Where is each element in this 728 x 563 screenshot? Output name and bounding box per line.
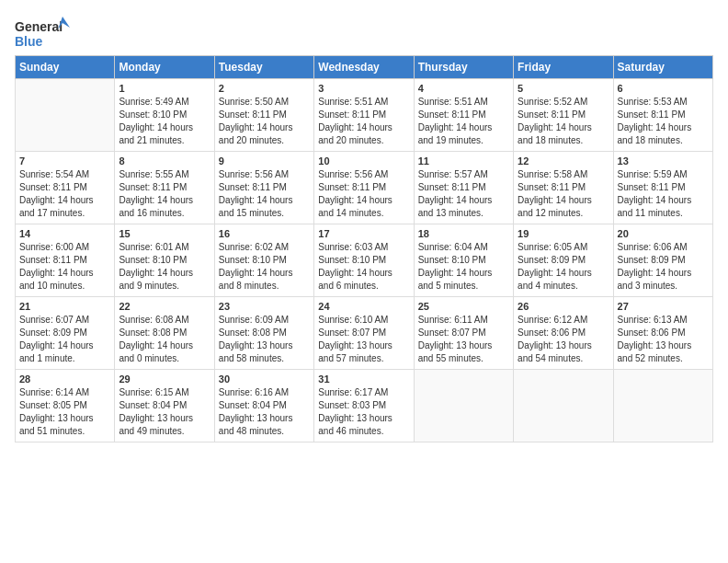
day-number: 16 bbox=[219, 228, 310, 239]
day-info: Sunrise: 6:02 AMSunset: 8:10 PMDaylight:… bbox=[219, 241, 310, 293]
day-number: 17 bbox=[318, 228, 409, 239]
calendar-cell: 8Sunrise: 5:55 AMSunset: 8:11 PMDaylight… bbox=[115, 152, 214, 224]
day-info: Sunrise: 6:08 AMSunset: 8:08 PMDaylight:… bbox=[119, 314, 210, 365]
day-number: 5 bbox=[518, 83, 609, 94]
calendar-cell: 16Sunrise: 6:02 AMSunset: 8:10 PMDayligh… bbox=[214, 224, 313, 297]
day-of-week-header: Monday bbox=[115, 56, 214, 79]
calendar-cell: 30Sunrise: 6:16 AMSunset: 8:04 PMDayligh… bbox=[214, 370, 313, 442]
day-number: 28 bbox=[19, 373, 110, 385]
day-info: Sunrise: 6:06 AMSunset: 8:09 PMDaylight:… bbox=[618, 241, 709, 293]
svg-text:General: General bbox=[15, 19, 63, 34]
day-info: Sunrise: 5:55 AMSunset: 8:11 PMDaylight:… bbox=[119, 168, 210, 220]
calendar-week-row: 21Sunrise: 6:07 AMSunset: 8:09 PMDayligh… bbox=[16, 297, 713, 370]
calendar-week-row: 14Sunrise: 6:00 AMSunset: 8:11 PMDayligh… bbox=[16, 224, 713, 297]
calendar-cell: 6Sunrise: 5:53 AMSunset: 8:11 PMDaylight… bbox=[613, 79, 712, 152]
day-info: Sunrise: 5:58 AMSunset: 8:11 PMDaylight:… bbox=[518, 168, 609, 220]
calendar-cell bbox=[16, 79, 115, 152]
calendar-table: SundayMondayTuesdayWednesdayThursdayFrid… bbox=[15, 55, 713, 442]
day-info: Sunrise: 5:50 AMSunset: 8:11 PMDaylight:… bbox=[219, 96, 310, 147]
day-info: Sunrise: 6:13 AMSunset: 8:06 PMDaylight:… bbox=[618, 314, 709, 365]
calendar-cell: 2Sunrise: 5:50 AMSunset: 8:11 PMDaylight… bbox=[214, 79, 313, 152]
day-number: 31 bbox=[318, 373, 409, 385]
day-info: Sunrise: 5:52 AMSunset: 8:11 PMDaylight:… bbox=[518, 96, 609, 147]
day-number: 30 bbox=[219, 373, 310, 385]
logo-svg: GeneralBlue bbox=[15, 15, 70, 52]
calendar-cell: 29Sunrise: 6:15 AMSunset: 8:04 PMDayligh… bbox=[115, 370, 214, 442]
day-info: Sunrise: 5:57 AMSunset: 8:11 PMDaylight:… bbox=[418, 168, 509, 220]
day-number: 18 bbox=[418, 228, 509, 239]
day-info: Sunrise: 6:16 AMSunset: 8:04 PMDaylight:… bbox=[219, 386, 310, 438]
svg-text:Blue: Blue bbox=[15, 34, 43, 49]
day-number: 21 bbox=[19, 301, 110, 312]
day-of-week-header: Wednesday bbox=[314, 56, 414, 79]
day-info: Sunrise: 6:12 AMSunset: 8:06 PMDaylight:… bbox=[518, 314, 609, 365]
calendar-week-row: 7Sunrise: 5:54 AMSunset: 8:11 PMDaylight… bbox=[16, 152, 713, 224]
day-info: Sunrise: 5:51 AMSunset: 8:11 PMDaylight:… bbox=[418, 96, 509, 147]
calendar-cell: 13Sunrise: 5:59 AMSunset: 8:11 PMDayligh… bbox=[613, 152, 712, 224]
day-number: 29 bbox=[119, 373, 210, 385]
calendar-cell: 7Sunrise: 5:54 AMSunset: 8:11 PMDaylight… bbox=[16, 152, 115, 224]
calendar-cell: 11Sunrise: 5:57 AMSunset: 8:11 PMDayligh… bbox=[414, 152, 513, 224]
day-number: 15 bbox=[119, 228, 210, 239]
day-info: Sunrise: 6:09 AMSunset: 8:08 PMDaylight:… bbox=[219, 314, 310, 365]
day-number: 14 bbox=[19, 228, 110, 239]
calendar-cell bbox=[414, 370, 513, 442]
calendar-week-row: 28Sunrise: 6:14 AMSunset: 8:05 PMDayligh… bbox=[16, 370, 713, 442]
day-info: Sunrise: 6:04 AMSunset: 8:10 PMDaylight:… bbox=[418, 241, 509, 293]
calendar-cell: 9Sunrise: 5:56 AMSunset: 8:11 PMDaylight… bbox=[214, 152, 313, 224]
day-info: Sunrise: 6:01 AMSunset: 8:10 PMDaylight:… bbox=[119, 241, 210, 293]
calendar-cell: 20Sunrise: 6:06 AMSunset: 8:09 PMDayligh… bbox=[613, 224, 712, 297]
calendar-cell: 21Sunrise: 6:07 AMSunset: 8:09 PMDayligh… bbox=[16, 297, 115, 370]
calendar-cell: 28Sunrise: 6:14 AMSunset: 8:05 PMDayligh… bbox=[16, 370, 115, 442]
calendar-cell: 5Sunrise: 5:52 AMSunset: 8:11 PMDaylight… bbox=[514, 79, 613, 152]
day-number: 23 bbox=[219, 301, 310, 312]
day-info: Sunrise: 5:56 AMSunset: 8:11 PMDaylight:… bbox=[219, 168, 310, 220]
calendar-cell: 15Sunrise: 6:01 AMSunset: 8:10 PMDayligh… bbox=[115, 224, 214, 297]
calendar-cell: 10Sunrise: 5:56 AMSunset: 8:11 PMDayligh… bbox=[314, 152, 414, 224]
day-number: 22 bbox=[119, 301, 210, 312]
day-number: 7 bbox=[19, 155, 110, 167]
calendar-cell: 25Sunrise: 6:11 AMSunset: 8:07 PMDayligh… bbox=[414, 297, 513, 370]
day-info: Sunrise: 5:53 AMSunset: 8:11 PMDaylight:… bbox=[618, 96, 709, 147]
day-info: Sunrise: 5:56 AMSunset: 8:11 PMDaylight:… bbox=[318, 168, 409, 220]
day-number: 8 bbox=[119, 155, 210, 167]
day-of-week-header: Thursday bbox=[414, 56, 513, 79]
day-number: 20 bbox=[618, 228, 709, 239]
day-info: Sunrise: 6:17 AMSunset: 8:03 PMDaylight:… bbox=[318, 386, 409, 438]
day-number: 27 bbox=[618, 301, 709, 312]
day-of-week-header: Tuesday bbox=[214, 56, 313, 79]
calendar-header-row: SundayMondayTuesdayWednesdayThursdayFrid… bbox=[16, 56, 713, 79]
day-info: Sunrise: 6:03 AMSunset: 8:10 PMDaylight:… bbox=[318, 241, 409, 293]
calendar-cell: 14Sunrise: 6:00 AMSunset: 8:11 PMDayligh… bbox=[16, 224, 115, 297]
day-number: 19 bbox=[518, 228, 609, 239]
day-info: Sunrise: 6:07 AMSunset: 8:09 PMDaylight:… bbox=[19, 314, 110, 365]
calendar-cell: 27Sunrise: 6:13 AMSunset: 8:06 PMDayligh… bbox=[613, 297, 712, 370]
calendar-cell: 1Sunrise: 5:49 AMSunset: 8:10 PMDaylight… bbox=[115, 79, 214, 152]
day-number: 2 bbox=[219, 83, 310, 94]
calendar-cell: 23Sunrise: 6:09 AMSunset: 8:08 PMDayligh… bbox=[214, 297, 313, 370]
day-info: Sunrise: 5:51 AMSunset: 8:11 PMDaylight:… bbox=[318, 96, 409, 147]
calendar-cell bbox=[613, 370, 712, 442]
day-number: 12 bbox=[518, 155, 609, 167]
logo: GeneralBlue bbox=[15, 15, 70, 52]
calendar-cell: 4Sunrise: 5:51 AMSunset: 8:11 PMDaylight… bbox=[414, 79, 513, 152]
day-number: 1 bbox=[119, 83, 210, 94]
day-number: 11 bbox=[418, 155, 509, 167]
day-info: Sunrise: 5:54 AMSunset: 8:11 PMDaylight:… bbox=[19, 168, 110, 220]
day-info: Sunrise: 6:14 AMSunset: 8:05 PMDaylight:… bbox=[19, 386, 110, 438]
day-number: 6 bbox=[618, 83, 709, 94]
day-number: 25 bbox=[418, 301, 509, 312]
day-info: Sunrise: 6:11 AMSunset: 8:07 PMDaylight:… bbox=[418, 314, 509, 365]
calendar-week-row: 1Sunrise: 5:49 AMSunset: 8:10 PMDaylight… bbox=[16, 79, 713, 152]
day-info: Sunrise: 6:05 AMSunset: 8:09 PMDaylight:… bbox=[518, 241, 609, 293]
day-of-week-header: Sunday bbox=[16, 56, 115, 79]
day-info: Sunrise: 6:00 AMSunset: 8:11 PMDaylight:… bbox=[19, 241, 110, 293]
calendar-cell bbox=[514, 370, 613, 442]
day-info: Sunrise: 6:15 AMSunset: 8:04 PMDaylight:… bbox=[119, 386, 210, 438]
day-info: Sunrise: 6:10 AMSunset: 8:07 PMDaylight:… bbox=[318, 314, 409, 365]
day-number: 26 bbox=[518, 301, 609, 312]
calendar-cell: 31Sunrise: 6:17 AMSunset: 8:03 PMDayligh… bbox=[314, 370, 414, 442]
day-number: 24 bbox=[318, 301, 409, 312]
day-number: 4 bbox=[418, 83, 509, 94]
day-of-week-header: Saturday bbox=[613, 56, 712, 79]
